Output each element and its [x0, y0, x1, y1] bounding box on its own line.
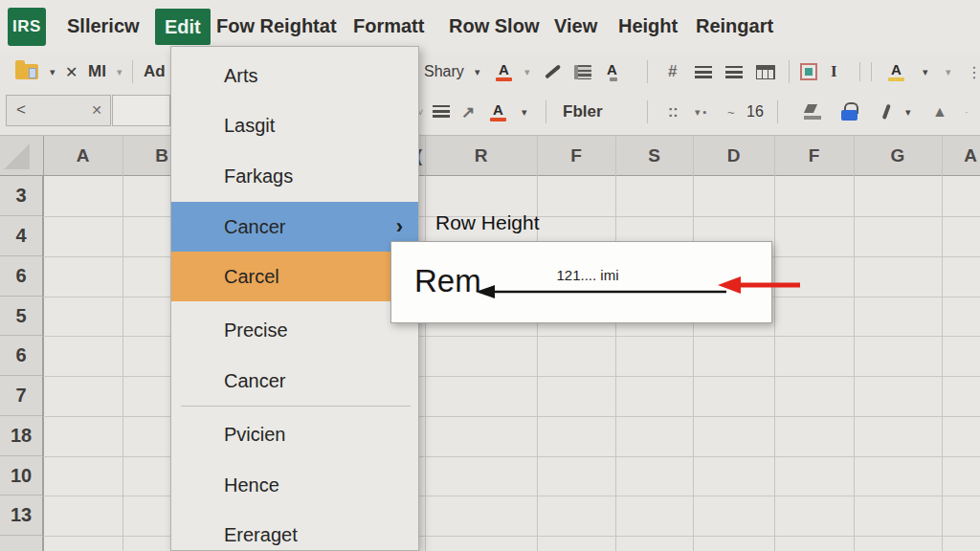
sheet-grid[interactable]: A B ( R F S D F G A [0, 136, 980, 551]
menu-item-formatt[interactable]: Formatt [353, 0, 424, 53]
more-options-button[interactable]: ⋮ [967, 53, 980, 91]
gridline [942, 136, 943, 551]
number-format-button[interactable]: # [668, 53, 677, 91]
shape-button[interactable]: ▲ [932, 91, 947, 133]
row-header[interactable]: 6 [0, 256, 42, 297]
mini-marks[interactable]: ▾ ▪ [695, 91, 706, 133]
context-menu-item-arts[interactable]: Arts [171, 51, 418, 100]
shape-dropdown[interactable]: · [965, 91, 969, 133]
column-header[interactable]: S [615, 136, 693, 176]
cursor-button[interactable]: I [831, 53, 837, 91]
row-header[interactable]: 5 [0, 297, 42, 336]
name-box[interactable]: < ✕ [6, 95, 111, 126]
highlight-color-button[interactable]: A [888, 53, 904, 91]
insert-table-button[interactable] [756, 53, 775, 91]
mi-dropdown[interactable]: ▾ [117, 53, 122, 91]
font-color-button-2[interactable]: A [490, 91, 506, 133]
ink-dropdown[interactable]: ▾ [905, 91, 911, 133]
toolbar-separator [859, 62, 860, 81]
gridline [537, 136, 538, 551]
toolbar-separator [871, 62, 872, 81]
row-header[interactable]: 6 [0, 336, 42, 376]
toolbar-separator [546, 100, 546, 123]
highlight-color-dropdown[interactable]: ▾ [923, 53, 928, 91]
context-menu-item-cancer-selected[interactable]: Cancer › [171, 202, 418, 252]
select-all-triangle-icon [4, 143, 30, 169]
row-header[interactable]: 7 [0, 376, 42, 416]
extra-dropdown[interactable]: ▾ [946, 53, 951, 91]
gridline [425, 136, 426, 551]
gridline [122, 136, 123, 551]
menu-item-fow-reightat[interactable]: Fow Reightat [216, 0, 337, 53]
align-left-button[interactable] [695, 53, 712, 91]
open-file-button[interactable] [15, 53, 38, 91]
font-color-dropdown[interactable]: ▾ [524, 53, 530, 91]
font-name-box[interactable]: Fbler [563, 91, 603, 133]
cell-style-button[interactable] [800, 53, 817, 91]
column-header[interactable]: F [537, 136, 615, 176]
font-size-box[interactable]: 16 [746, 91, 764, 133]
menu-item-row-slow[interactable]: Row Slow [449, 0, 539, 53]
font-color-icon: A [490, 102, 506, 122]
menu-item-view[interactable]: View [554, 0, 597, 53]
font-style-icon: A [607, 62, 617, 82]
context-menu-item-farkags[interactable]: Farkags [171, 151, 418, 201]
name-box-chevron-icon[interactable]: < [16, 100, 26, 120]
align-right-button[interactable] [725, 53, 743, 91]
row-header[interactable]: 18 [0, 416, 42, 456]
dialog-title: Rem [414, 263, 481, 299]
column-header[interactable]: F [774, 136, 854, 176]
protect-button[interactable] [840, 91, 859, 133]
menu-item-edit[interactable]: Edit [155, 9, 211, 45]
measure-arrow-icon [476, 282, 734, 303]
open-file-dropdown[interactable]: ▾ [50, 53, 56, 91]
fill-button[interactable] [804, 91, 821, 133]
name-box-clear-icon[interactable]: ✕ [91, 102, 102, 118]
column-header[interactable]: D [693, 136, 774, 176]
context-menu-item-lasgit[interactable]: Lasgit [171, 100, 418, 150]
menu-item-height[interactable]: Height [618, 0, 678, 53]
border-dots-button[interactable]: :: [668, 91, 679, 133]
mi-button[interactable]: MI [88, 53, 106, 91]
toolbar-separator [647, 100, 648, 123]
share-button[interactable]: Shary [424, 53, 464, 91]
context-menu-item-cancer[interactable]: Cancer [171, 356, 418, 406]
context-menu-item-carcel-highlighted[interactable]: Carcel [171, 252, 418, 301]
row-header[interactable]: 3 [0, 176, 42, 216]
measure-label: 121.... imi [516, 267, 659, 283]
row-header[interactable]: 10 [0, 456, 42, 496]
font-color-dropdown-2[interactable]: ▾ [522, 91, 527, 133]
ink-button[interactable] [879, 91, 894, 133]
context-menu-item-precise[interactable]: Precise [171, 305, 418, 355]
context-menu-item-hence[interactable]: Hence [171, 460, 418, 510]
column-header-partial[interactable]: A [961, 136, 980, 176]
close-button[interactable]: ✕ [65, 53, 78, 91]
font-color-button[interactable]: A [496, 53, 512, 91]
paragraph-button[interactable] [433, 91, 450, 133]
toolbar-separator [647, 60, 648, 83]
context-menu: Arts Lasgit Farkags Cancer › Carcel Prec… [170, 46, 419, 551]
row-header[interactable]: 4 [0, 216, 42, 256]
formula-bar[interactable] [112, 95, 170, 126]
context-menu-item-ereraget[interactable]: Ereraget [171, 510, 418, 551]
notebook-icon [574, 65, 591, 79]
row-header[interactable]: 13 [0, 496, 42, 536]
align-lines-icon [725, 66, 743, 78]
select-all-corner[interactable] [0, 136, 43, 176]
notes-button[interactable] [574, 53, 591, 91]
context-menu-item-pvicien[interactable]: Pvicien [171, 409, 418, 459]
column-header[interactable]: G [854, 136, 942, 176]
share-arrow-button[interactable]: ↗ [461, 91, 475, 133]
app-logo[interactable]: IRS [8, 8, 46, 46]
share-dropdown[interactable]: ▾ [475, 53, 480, 91]
column-header[interactable]: A [43, 136, 122, 176]
column-header[interactable]: R [425, 136, 537, 176]
menu-item-reingart[interactable]: Reingart [696, 0, 773, 53]
edit-pen-button[interactable] [544, 53, 562, 91]
toolbar-separator [789, 60, 790, 83]
menu-item-sllericw[interactable]: Sllericw [67, 0, 140, 53]
column-header-row: A B ( R F S D F G A [0, 136, 980, 176]
ad-button[interactable]: Ad [144, 53, 166, 91]
tilde-mark: ~ [727, 91, 735, 133]
font-style-button[interactable]: A [607, 53, 617, 91]
